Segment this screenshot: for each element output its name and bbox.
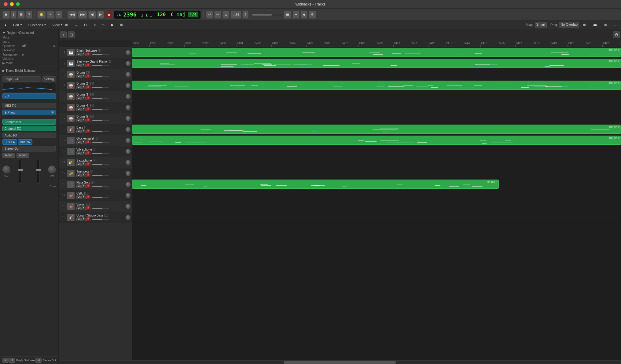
volume-slider-9[interactable]	[92, 142, 109, 143]
snap-toggle[interactable]: ⊞	[580, 22, 589, 28]
pan-knob-10[interactable]	[126, 149, 130, 154]
volume-slider-13[interactable]	[92, 186, 109, 187]
mute-btn-8[interactable]: M	[76, 129, 81, 133]
minimize-button[interactable]	[10, 2, 14, 6]
inspector-track-header[interactable]: ▶ Track: Bright Suitcase	[0, 67, 58, 75]
drag-select[interactable]: No Overlap	[559, 22, 579, 28]
record-btn[interactable]: ⏺	[105, 11, 113, 19]
solo-btn-5[interactable]: S	[81, 96, 86, 100]
pan-knob-9[interactable]	[126, 138, 130, 143]
e-piano-slot[interactable]: E-Piano ⊞	[2, 110, 56, 115]
score-btn[interactable]: ♫	[222, 11, 229, 19]
volume-slider-6[interactable]	[92, 109, 109, 110]
remove-track-btn[interactable]: ⊟	[68, 31, 75, 38]
track-up-btn[interactable]: ▲	[1, 22, 10, 28]
zoom-controls[interactable]: ◀▶	[590, 22, 600, 28]
solo-btn-3[interactable]: S	[81, 75, 86, 78]
functions-dropdown[interactable]: Functions ▼	[26, 22, 49, 28]
mute-btn-5[interactable]: M	[76, 96, 81, 100]
region-1[interactable]: Drums 2	[132, 48, 621, 57]
rewind-btn[interactable]: ◀◀	[68, 11, 77, 19]
region-section-header[interactable]: ▼ Region: 40 selected	[2, 31, 56, 35]
volume-slider-15[interactable]	[92, 208, 109, 209]
channel-name-slot[interactable]: Bright Suit...	[2, 76, 41, 82]
h-scrollbar[interactable]	[59, 360, 621, 364]
solo-btn-12[interactable]: S	[81, 173, 86, 177]
region-2[interactable]: Drums 2	[132, 59, 621, 68]
export-btn[interactable]: ⤴	[242, 11, 248, 19]
record-btn-11[interactable]: R	[86, 162, 90, 166]
solo-btn-13[interactable]: S	[81, 184, 86, 188]
track-row-14[interactable]: 14 🎻 Cello [10] M S R	[59, 190, 132, 201]
solo-btn-8[interactable]: S	[81, 129, 86, 133]
master-solo-btn[interactable]: S	[9, 358, 15, 363]
mute-btn-15[interactable]: M	[76, 206, 81, 210]
mute-btn-7[interactable]: M	[76, 118, 81, 122]
mute-btn-12[interactable]: M	[76, 173, 81, 177]
list-view-btn[interactable]: ☰	[2, 11, 10, 19]
stereo-out-slot[interactable]: Stereo Out	[2, 146, 56, 151]
volume-slider-16[interactable]	[92, 219, 109, 220]
snap-select[interactable]: Smart	[535, 22, 547, 28]
volume-slider-7[interactable]	[92, 120, 109, 121]
solo-btn-4[interactable]: S	[81, 86, 86, 89]
solo-btn-14[interactable]: S	[81, 195, 86, 199]
fullscreen-button[interactable]	[16, 2, 20, 6]
solo-btn-1[interactable]: S	[81, 53, 86, 56]
zoom-out-btn[interactable]: ◁	[90, 22, 98, 28]
audio-fx-slot[interactable]: Audio FX	[2, 133, 56, 138]
channel-fader-1[interactable]	[19, 159, 21, 184]
sample-rate-btn[interactable]: s:34	[230, 11, 241, 19]
region-4[interactable]: Drums 2	[132, 81, 621, 90]
pan-knob-2[interactable]	[126, 61, 130, 66]
mixer-btn[interactable]: ⊞	[18, 11, 25, 19]
close-button[interactable]	[4, 2, 8, 6]
read-btn-2[interactable]: Read	[17, 153, 29, 158]
prefs-btn[interactable]: ⚙	[309, 11, 316, 19]
mute-btn-13[interactable]: M	[76, 184, 81, 188]
pan-knob-6[interactable]	[126, 105, 130, 110]
forward-btn[interactable]: ▶▶	[78, 11, 87, 19]
volume-slider-12[interactable]	[92, 175, 109, 176]
mute-btn-9[interactable]: M	[76, 140, 81, 144]
add-track-btn[interactable]: ⊞	[62, 22, 71, 28]
pan-knob-11[interactable]	[126, 160, 130, 165]
pan-knob-15[interactable]	[126, 204, 130, 209]
mute-btn-1[interactable]: M	[76, 53, 81, 56]
track-row-12[interactable]: 12 🎺 Trumpets [8] M S R	[59, 168, 132, 179]
midi-btn[interactable]: ◆	[301, 11, 307, 19]
record-btn-10[interactable]: R	[86, 151, 90, 155]
solo-btn-10[interactable]: S	[81, 151, 86, 155]
pan-knob-1[interactable]	[126, 50, 130, 55]
pan-knob-4[interactable]	[126, 83, 130, 88]
mute-btn-4[interactable]: M	[76, 86, 81, 89]
volume-knob-1[interactable]	[2, 166, 10, 173]
track-row-9[interactable]: 9 🎵 Glockenspiel [5] M S R	[59, 135, 132, 146]
track-row-13[interactable]: 13 🎵 Flute Solo [9] M S R	[59, 179, 132, 190]
edit-dropdown[interactable]: Edit ▼	[10, 22, 25, 28]
pan-knob-16[interactable]	[126, 215, 130, 220]
play-btn[interactable]: ▶	[97, 11, 104, 19]
region-8[interactable]: Drums 2	[132, 125, 621, 134]
tuner-btn[interactable]: ✏	[214, 11, 221, 19]
track-row-7[interactable]: 7 🥁 Drums 5 [16] M S R	[59, 113, 132, 124]
settings-btn[interactable]: ⚙	[613, 31, 620, 38]
mute-btn-16[interactable]: M	[76, 217, 81, 221]
volume-slider-1[interactable]	[92, 54, 109, 55]
mute-btn-6[interactable]: M	[76, 107, 81, 111]
info-btn[interactable]: ℹ	[11, 11, 17, 19]
track-row-10[interactable]: 10 🎵 Vibraphone [6] M S R	[59, 146, 132, 157]
h-scrollbar-thumb[interactable]	[284, 361, 396, 364]
master-volume-slider[interactable]	[252, 14, 283, 16]
metronome-btn[interactable]: 🔔	[37, 11, 46, 19]
track-row-2[interactable]: 2 🎹 Steinway Grand Piano [2] M S R	[59, 58, 132, 69]
track-row-16[interactable]: 16 🎸 Upright Studio Bass [12] M S R	[59, 212, 132, 223]
record-btn-6[interactable]: R	[86, 107, 90, 111]
bus2-slot[interactable]: Bus 2 ▶	[18, 139, 33, 145]
record-btn-2[interactable]: R	[86, 64, 90, 67]
pan-knob-13[interactable]	[126, 182, 130, 187]
track-row-3[interactable]: 3 🥁 Drums [3] M S R	[59, 69, 132, 80]
playlist-btn[interactable]: ☰	[284, 11, 291, 19]
help-btn[interactable]: ?	[26, 11, 32, 19]
solo-btn-2[interactable]: S	[81, 64, 86, 67]
